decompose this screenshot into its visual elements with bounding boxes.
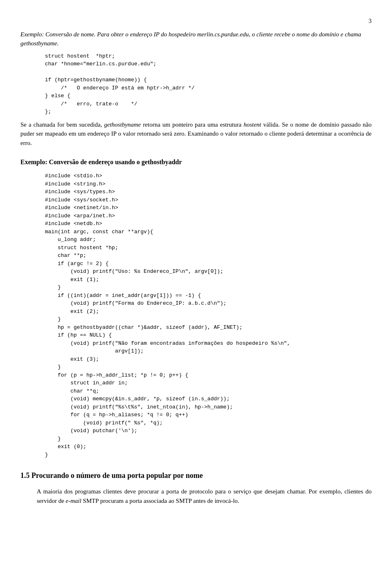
paragraph-1: Se a chamada for bem sucedida, gethostby… [20,120,372,148]
code-block-1: struct hostent *hptr; char *hnome="merli… [45,52,372,116]
paragraph-2: A maioria dos programas clientes deve pr… [37,487,372,505]
page-number: 3 [20,16,372,26]
code-block-2: #include <stdio.h> #include <string.h> #… [45,172,372,459]
section-intro-title: Exemplo: Conversão de nome. Para obter o… [20,30,372,48]
section-15-heading: 1.5 Procurando o número de uma porta pop… [20,470,372,481]
example-heading: Exemplo: Conversão de endereço usando o … [20,157,372,167]
